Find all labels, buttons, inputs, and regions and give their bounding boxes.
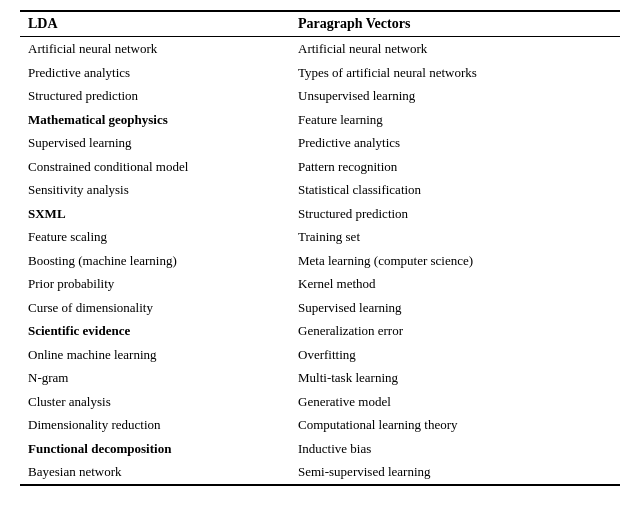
lda-cell: Cluster analysis — [20, 390, 290, 414]
table-row: Artificial neural networkArtificial neur… — [20, 37, 620, 61]
lda-cell: Sensitivity analysis — [20, 178, 290, 202]
lda-cell: Constrained conditional model — [20, 155, 290, 179]
pv-cell: Kernel method — [290, 272, 620, 296]
table-row: Online machine learningOverfitting — [20, 343, 620, 367]
pv-cell: Semi-supervised learning — [290, 460, 620, 485]
lda-cell: Curse of dimensionality — [20, 296, 290, 320]
pv-cell: Pattern recognition — [290, 155, 620, 179]
lda-cell: N-gram — [20, 366, 290, 390]
table-row: Curse of dimensionalitySupervised learni… — [20, 296, 620, 320]
lda-cell: Prior probability — [20, 272, 290, 296]
lda-cell: Feature scaling — [20, 225, 290, 249]
pv-cell: Artificial neural network — [290, 37, 620, 61]
lda-cell: SXML — [20, 202, 290, 226]
pv-cell: Generalization error — [290, 319, 620, 343]
table-row: Structured predictionUnsupervised learni… — [20, 84, 620, 108]
lda-cell: Dimensionality reduction — [20, 413, 290, 437]
table-row: Cluster analysisGenerative model — [20, 390, 620, 414]
table-row: N-gramMulti-task learning — [20, 366, 620, 390]
pv-cell: Predictive analytics — [290, 131, 620, 155]
pv-cell: Computational learning theory — [290, 413, 620, 437]
pv-cell: Unsupervised learning — [290, 84, 620, 108]
table-row: Prior probabilityKernel method — [20, 272, 620, 296]
lda-cell: Structured prediction — [20, 84, 290, 108]
table-row: Scientific evidenceGeneralization error — [20, 319, 620, 343]
pv-cell: Generative model — [290, 390, 620, 414]
table-row: Functional decompositionInductive bias — [20, 437, 620, 461]
table-row: Supervised learningPredictive analytics — [20, 131, 620, 155]
pv-cell: Feature learning — [290, 108, 620, 132]
lda-cell: Supervised learning — [20, 131, 290, 155]
table-row: Feature scalingTraining set — [20, 225, 620, 249]
table-row: Mathematical geophysicsFeature learning — [20, 108, 620, 132]
pv-cell: Meta learning (computer science) — [290, 249, 620, 273]
pv-cell: Statistical classification — [290, 178, 620, 202]
lda-cell: Functional decomposition — [20, 437, 290, 461]
header-pv: Paragraph Vectors — [290, 11, 620, 37]
pv-cell: Structured prediction — [290, 202, 620, 226]
table-row: Bayesian networkSemi-supervised learning — [20, 460, 620, 485]
table-row: Constrained conditional modelPattern rec… — [20, 155, 620, 179]
table-row: SXMLStructured prediction — [20, 202, 620, 226]
pv-cell: Types of artificial neural networks — [290, 61, 620, 85]
pv-cell: Training set — [290, 225, 620, 249]
pv-cell: Multi-task learning — [290, 366, 620, 390]
lda-cell: Artificial neural network — [20, 37, 290, 61]
lda-cell: Predictive analytics — [20, 61, 290, 85]
header-lda: LDA — [20, 11, 290, 37]
pv-cell: Supervised learning — [290, 296, 620, 320]
pv-cell: Overfitting — [290, 343, 620, 367]
table-row: Predictive analyticsTypes of artificial … — [20, 61, 620, 85]
lda-cell: Boosting (machine learning) — [20, 249, 290, 273]
table-row: Boosting (machine learning)Meta learning… — [20, 249, 620, 273]
table-row: Dimensionality reductionComputational le… — [20, 413, 620, 437]
table-row: Sensitivity analysisStatistical classifi… — [20, 178, 620, 202]
lda-cell: Bayesian network — [20, 460, 290, 485]
lda-cell: Scientific evidence — [20, 319, 290, 343]
comparison-table: LDA Paragraph Vectors Artificial neural … — [20, 10, 620, 486]
pv-cell: Inductive bias — [290, 437, 620, 461]
lda-cell: Online machine learning — [20, 343, 290, 367]
lda-cell: Mathematical geophysics — [20, 108, 290, 132]
